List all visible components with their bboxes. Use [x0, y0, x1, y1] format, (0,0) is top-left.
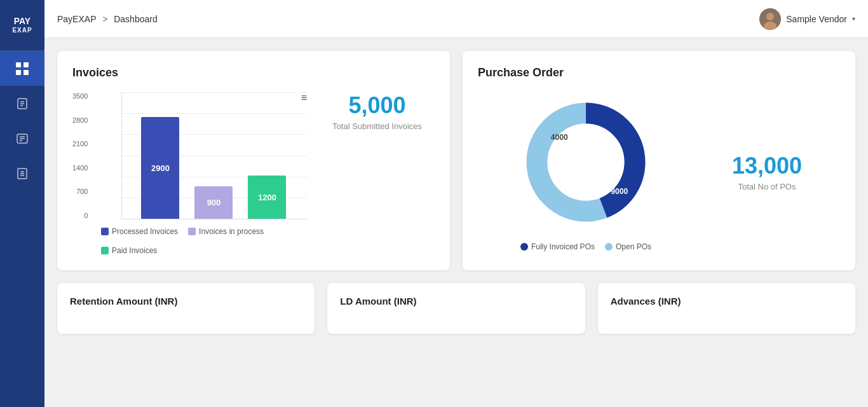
logo: PAY EXAP [12, 16, 32, 34]
sidebar-item-reports[interactable] [0, 156, 44, 191]
svg-rect-0 [16, 62, 21, 67]
ld-amount-card: LD Amount (INR) [327, 283, 585, 334]
po-card: Purchase Order [463, 51, 855, 270]
chart-canvas: 2900 900 [121, 92, 307, 219]
header: PayEXAP > Dashboard Sample Vendor ▾ [44, 0, 868, 38]
po-legend: Fully Invoiced POs Open POs [516, 242, 656, 251]
donut-wrapper: 4000 9000 [516, 92, 656, 232]
sidebar-item-dashboard[interactable] [0, 51, 44, 86]
y-label-1400: 1400 [72, 164, 88, 172]
legend-paid-dot [101, 247, 109, 254]
bar-paid: 1200 [248, 176, 286, 219]
current-page: Dashboard [114, 14, 158, 24]
legend-processed: Processed Invoices [101, 227, 178, 236]
invoice-icon [16, 97, 29, 110]
invoice-summary: 5,000 Total Submitted Invoices [320, 92, 435, 131]
sidebar: PAY EXAP [0, 0, 44, 407]
invoices-card-title: Invoices [72, 66, 435, 79]
chart-container: ≡ 3500 2800 2100 1400 700 0 [72, 92, 435, 255]
total-invoices-label: Total Submitted Invoices [332, 121, 422, 131]
ld-title: LD Amount (INR) [340, 296, 572, 307]
legend-processed-label: Processed Invoices [112, 227, 178, 236]
legend-fully-invoiced-label: Fully Invoiced POs [531, 242, 595, 251]
bar-chart-area: ≡ 3500 2800 2100 1400 700 0 [72, 92, 307, 255]
sidebar-item-invoices[interactable] [0, 86, 44, 121]
bar-chart-legend: Processed Invoices Invoices in process P… [101, 227, 307, 255]
y-axis: 3500 2800 2100 1400 700 0 [72, 92, 88, 219]
bar-paid-label: 1200 [258, 193, 276, 202]
svg-rect-2 [16, 70, 21, 75]
svg-point-17 [766, 13, 774, 20]
total-invoices-number: 5,000 [349, 92, 406, 119]
main-wrapper: PayEXAP > Dashboard Sample Vendor ▾ Invo… [44, 0, 868, 407]
bar-inprocess-label: 900 [207, 198, 221, 207]
legend-inprocess-label: Invoices in process [199, 227, 264, 236]
advances-title: Advances (INR) [611, 296, 843, 307]
dashboard-icon [15, 62, 29, 76]
y-label-3500: 3500 [72, 92, 88, 100]
user-dropdown-arrow[interactable]: ▾ [852, 15, 855, 22]
invoices-card: Invoices ≡ 3500 2800 2100 1400 700 [57, 51, 450, 270]
brand-link[interactable]: PayEXAP [57, 14, 96, 24]
bar-processed: 2900 [141, 117, 179, 219]
breadcrumb-separator: > [102, 14, 107, 24]
legend-inprocess-dot [188, 228, 196, 235]
y-label-0: 0 [72, 212, 88, 219]
bottom-cards-row: Retention Amount (INR) LD Amount (INR) A… [57, 283, 855, 334]
reports-icon [16, 167, 29, 180]
po-icon [16, 132, 29, 145]
y-label-2800: 2800 [72, 116, 88, 124]
legend-open-pos-label: Open POs [616, 242, 651, 251]
legend-paid: Paid Invoices [101, 246, 157, 255]
legend-fully-invoiced-dot [520, 243, 528, 251]
total-po-label: Total No of POs [738, 182, 796, 191]
advances-card: Advances (INR) [598, 283, 855, 334]
total-po-number: 13,000 [732, 153, 802, 179]
svg-rect-3 [24, 70, 29, 75]
legend-paid-label: Paid Invoices [112, 246, 157, 255]
logo-area: PAY EXAP [0, 0, 44, 51]
bar-inprocess: 900 [194, 186, 233, 219]
po-card-title: Purchase Order [478, 66, 840, 79]
po-summary: 13,000 Total No of POs [732, 153, 802, 191]
legend-inprocess: Invoices in process [188, 227, 264, 236]
legend-open-pos-dot [605, 243, 613, 251]
retention-title: Retention Amount (INR) [70, 296, 302, 307]
y-label-700: 700 [72, 188, 88, 195]
retention-amount-card: Retention Amount (INR) [57, 283, 315, 334]
user-menu[interactable]: Sample Vendor ▾ [759, 8, 855, 30]
donut-chart-container: 4000 9000 Fully Invoiced POs [516, 92, 656, 251]
svg-text:9000: 9000 [611, 187, 628, 196]
legend-open-pos: Open POs [605, 242, 651, 251]
avatar [759, 8, 781, 30]
bar-processed-label: 2900 [151, 163, 170, 173]
svg-rect-1 [24, 62, 29, 67]
content-area: Invoices ≡ 3500 2800 2100 1400 700 [44, 38, 868, 407]
po-content: 4000 9000 Fully Invoiced POs [478, 92, 840, 251]
username: Sample Vendor [786, 14, 847, 24]
breadcrumb: PayEXAP > Dashboard [57, 14, 158, 24]
legend-fully-invoiced: Fully Invoiced POs [520, 242, 595, 251]
sidebar-item-po[interactable] [0, 121, 44, 156]
legend-processed-dot [101, 228, 109, 235]
svg-text:4000: 4000 [551, 133, 568, 142]
top-cards-row: Invoices ≡ 3500 2800 2100 1400 700 [57, 51, 855, 270]
donut-svg: 4000 9000 [516, 92, 656, 232]
y-label-2100: 2100 [72, 140, 88, 148]
